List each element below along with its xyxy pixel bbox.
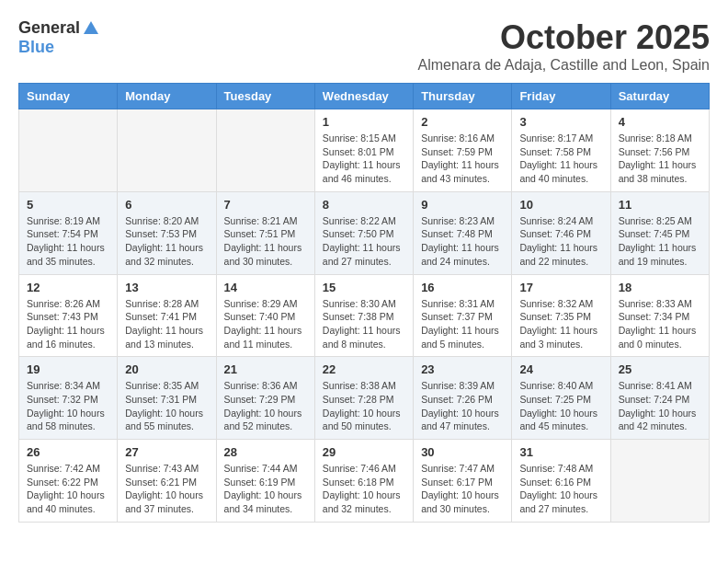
day-info: Sunrise: 8:38 AM Sunset: 7:28 PM Dayligh… — [323, 379, 405, 433]
day-info: Sunrise: 8:36 AM Sunset: 7:29 PM Dayligh… — [224, 379, 307, 433]
day-info: Sunrise: 7:43 AM Sunset: 6:21 PM Dayligh… — [125, 462, 208, 516]
day-info: Sunrise: 8:39 AM Sunset: 7:26 PM Dayligh… — [421, 379, 504, 433]
day-info: Sunrise: 7:48 AM Sunset: 6:16 PM Dayligh… — [519, 462, 602, 516]
day-number: 5 — [27, 198, 109, 212]
title-area: October 2025 Almenara de Adaja, Castille… — [417, 18, 710, 74]
calendar-cell: 30Sunrise: 7:47 AM Sunset: 6:17 PM Dayli… — [414, 440, 512, 523]
calendar-cell: 10Sunrise: 8:24 AM Sunset: 7:46 PM Dayli… — [512, 191, 610, 274]
day-info: Sunrise: 8:32 AM Sunset: 7:35 PM Dayligh… — [519, 297, 602, 351]
calendar-cell: 16Sunrise: 8:31 AM Sunset: 7:37 PM Dayli… — [414, 274, 512, 357]
day-number: 4 — [619, 115, 701, 129]
calendar-cell — [610, 440, 709, 523]
day-info: Sunrise: 7:46 AM Sunset: 6:18 PM Dayligh… — [323, 462, 405, 516]
location-subtitle: Almenara de Adaja, Castille and Leon, Sp… — [417, 57, 710, 74]
day-info: Sunrise: 8:20 AM Sunset: 7:53 PM Dayligh… — [125, 214, 208, 269]
day-number: 3 — [519, 115, 602, 129]
calendar-week-row: 5Sunrise: 8:19 AM Sunset: 7:54 PM Daylig… — [19, 191, 710, 274]
day-number: 26 — [27, 445, 109, 459]
calendar-cell: 27Sunrise: 7:43 AM Sunset: 6:21 PM Dayli… — [118, 440, 216, 523]
day-info: Sunrise: 8:23 AM Sunset: 7:48 PM Dayligh… — [421, 214, 504, 269]
day-number: 1 — [323, 115, 405, 129]
day-info: Sunrise: 8:19 AM Sunset: 7:54 PM Dayligh… — [27, 214, 109, 269]
calendar-cell: 13Sunrise: 8:28 AM Sunset: 7:41 PM Dayli… — [118, 274, 216, 357]
day-number: 31 — [519, 445, 602, 459]
weekday-header-saturday: Saturday — [610, 84, 709, 109]
calendar-week-row: 26Sunrise: 7:42 AM Sunset: 6:22 PM Dayli… — [19, 440, 710, 523]
day-info: Sunrise: 8:24 AM Sunset: 7:46 PM Dayligh… — [519, 214, 602, 269]
weekday-header-friday: Friday — [512, 84, 610, 109]
calendar-cell — [118, 109, 216, 192]
calendar-cell: 26Sunrise: 7:42 AM Sunset: 6:22 PM Dayli… — [19, 440, 118, 523]
weekday-header-sunday: Sunday — [19, 84, 118, 109]
day-number: 9 — [421, 198, 504, 212]
day-number: 24 — [519, 362, 602, 376]
day-info: Sunrise: 8:40 AM Sunset: 7:25 PM Dayligh… — [519, 379, 602, 433]
day-number: 14 — [224, 281, 307, 294]
calendar-cell — [216, 109, 314, 192]
calendar-cell: 7Sunrise: 8:21 AM Sunset: 7:51 PM Daylig… — [216, 191, 314, 274]
calendar-cell: 14Sunrise: 8:29 AM Sunset: 7:40 PM Dayli… — [216, 274, 314, 357]
day-info: Sunrise: 8:33 AM Sunset: 7:34 PM Dayligh… — [619, 297, 701, 351]
day-number: 13 — [125, 281, 208, 294]
day-info: Sunrise: 8:25 AM Sunset: 7:45 PM Dayligh… — [619, 214, 701, 269]
day-info: Sunrise: 8:29 AM Sunset: 7:40 PM Dayligh… — [224, 297, 307, 351]
calendar-week-row: 12Sunrise: 8:26 AM Sunset: 7:43 PM Dayli… — [19, 274, 710, 357]
day-info: Sunrise: 7:44 AM Sunset: 6:19 PM Dayligh… — [224, 462, 307, 516]
calendar-cell: 5Sunrise: 8:19 AM Sunset: 7:54 PM Daylig… — [19, 191, 118, 274]
day-info: Sunrise: 8:17 AM Sunset: 7:58 PM Dayligh… — [519, 132, 602, 186]
day-number: 8 — [323, 198, 405, 212]
day-number: 19 — [27, 362, 109, 376]
calendar-cell: 22Sunrise: 8:38 AM Sunset: 7:28 PM Dayli… — [314, 357, 413, 440]
calendar-cell: 4Sunrise: 8:18 AM Sunset: 7:56 PM Daylig… — [610, 109, 709, 192]
calendar-cell: 9Sunrise: 8:23 AM Sunset: 7:48 PM Daylig… — [414, 191, 512, 274]
logo-general-text: General — [18, 18, 80, 38]
weekday-header-wednesday: Wednesday — [314, 84, 413, 109]
day-number: 15 — [323, 281, 405, 294]
calendar-cell: 25Sunrise: 8:41 AM Sunset: 7:24 PM Dayli… — [610, 357, 709, 440]
day-info: Sunrise: 8:30 AM Sunset: 7:38 PM Dayligh… — [323, 297, 405, 351]
day-number: 7 — [224, 198, 307, 212]
calendar-table: SundayMondayTuesdayWednesdayThursdayFrid… — [18, 83, 710, 523]
day-info: Sunrise: 8:28 AM Sunset: 7:41 PM Dayligh… — [125, 297, 208, 351]
calendar-cell: 8Sunrise: 8:22 AM Sunset: 7:50 PM Daylig… — [314, 191, 413, 274]
calendar-cell: 20Sunrise: 8:35 AM Sunset: 7:31 PM Dayli… — [118, 357, 216, 440]
day-number: 17 — [519, 281, 602, 294]
day-number: 25 — [619, 362, 701, 376]
logo-icon — [82, 19, 100, 38]
day-info: Sunrise: 8:21 AM Sunset: 7:51 PM Dayligh… — [224, 214, 307, 269]
day-info: Sunrise: 7:47 AM Sunset: 6:17 PM Dayligh… — [421, 462, 504, 516]
weekday-header-monday: Monday — [118, 84, 216, 109]
day-number: 28 — [224, 445, 307, 459]
calendar-cell: 17Sunrise: 8:32 AM Sunset: 7:35 PM Dayli… — [512, 274, 610, 357]
calendar-cell: 21Sunrise: 8:36 AM Sunset: 7:29 PM Dayli… — [216, 357, 314, 440]
day-number: 10 — [519, 198, 602, 212]
weekday-header-row: SundayMondayTuesdayWednesdayThursdayFrid… — [19, 84, 710, 109]
calendar-week-row: 1Sunrise: 8:15 AM Sunset: 8:01 PM Daylig… — [19, 109, 710, 192]
calendar-cell: 28Sunrise: 7:44 AM Sunset: 6:19 PM Dayli… — [216, 440, 314, 523]
day-number: 16 — [421, 281, 504, 294]
calendar-week-row: 19Sunrise: 8:34 AM Sunset: 7:32 PM Dayli… — [19, 357, 710, 440]
calendar-cell: 18Sunrise: 8:33 AM Sunset: 7:34 PM Dayli… — [610, 274, 709, 357]
calendar-cell — [19, 109, 118, 192]
day-info: Sunrise: 7:42 AM Sunset: 6:22 PM Dayligh… — [27, 462, 109, 516]
month-title: October 2025 — [417, 18, 710, 57]
day-info: Sunrise: 8:41 AM Sunset: 7:24 PM Dayligh… — [619, 379, 701, 433]
calendar-cell: 11Sunrise: 8:25 AM Sunset: 7:45 PM Dayli… — [610, 191, 709, 274]
svg-marker-0 — [84, 21, 98, 34]
day-number: 22 — [323, 362, 405, 376]
weekday-header-thursday: Thursday — [414, 84, 512, 109]
calendar-cell: 6Sunrise: 8:20 AM Sunset: 7:53 PM Daylig… — [118, 191, 216, 274]
logo: General Blue — [18, 18, 100, 57]
day-number: 18 — [619, 281, 701, 294]
page-header: General Blue October 2025 Almenara de Ad… — [18, 18, 710, 74]
calendar-cell: 3Sunrise: 8:17 AM Sunset: 7:58 PM Daylig… — [512, 109, 610, 192]
day-info: Sunrise: 8:22 AM Sunset: 7:50 PM Dayligh… — [323, 214, 405, 269]
calendar-cell: 2Sunrise: 8:16 AM Sunset: 7:59 PM Daylig… — [414, 109, 512, 192]
day-number: 11 — [619, 198, 701, 212]
day-info: Sunrise: 8:26 AM Sunset: 7:43 PM Dayligh… — [27, 297, 109, 351]
day-info: Sunrise: 8:15 AM Sunset: 8:01 PM Dayligh… — [323, 132, 405, 186]
day-number: 23 — [421, 362, 504, 376]
calendar-cell: 29Sunrise: 7:46 AM Sunset: 6:18 PM Dayli… — [314, 440, 413, 523]
day-number: 12 — [27, 281, 109, 294]
calendar-cell: 24Sunrise: 8:40 AM Sunset: 7:25 PM Dayli… — [512, 357, 610, 440]
